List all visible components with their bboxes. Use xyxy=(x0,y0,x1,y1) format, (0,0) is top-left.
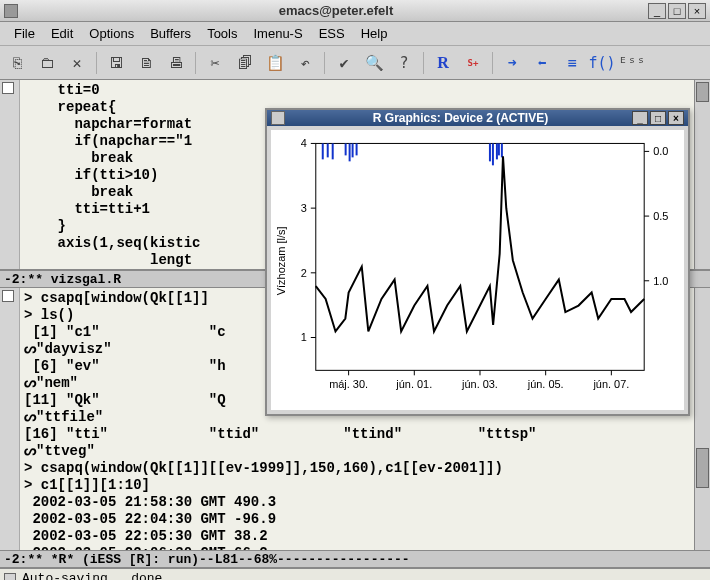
y-right-ticks: 0.0 0.5 1.0 xyxy=(644,146,668,287)
menubar: File Edit Options Buffers Tools Imenu-S … xyxy=(0,22,710,46)
minibuffer-text: Auto-saving...done xyxy=(22,571,162,580)
minimize-button[interactable]: _ xyxy=(648,3,666,19)
menu-options[interactable]: Options xyxy=(83,23,140,44)
titlebar: emacs@peter.efelt _ □ × xyxy=(0,0,710,22)
editor-scrollbar[interactable] xyxy=(694,80,710,269)
r-max-button[interactable]: □ xyxy=(650,111,666,125)
modeline-console: -2:** *R* (iESS [R]: run)--L81--68%-----… xyxy=(0,550,710,568)
r-graphics-titlebar[interactable]: R Graphics: Device 2 (ACTIVE) _ □ × xyxy=(267,110,688,126)
y-axis-label: Vízhozam [l/s] xyxy=(275,227,287,296)
menu-help[interactable]: Help xyxy=(355,23,394,44)
arrow-right-icon[interactable]: ➜ xyxy=(501,52,523,74)
svg-text:jún. 05.: jún. 05. xyxy=(527,379,564,391)
paste-icon[interactable]: 📋 xyxy=(264,52,286,74)
toolbar: ⎘ 🗀 ✕ 🖫 🗎 🖶 ✂ 🗐 📋 ↶ ✔ 🔍 ? R S+ ➜ ⬅ ≡ f()… xyxy=(0,46,710,80)
scrollbar-thumb[interactable] xyxy=(696,82,709,102)
toolbar-sep xyxy=(324,52,325,74)
chart-line-series xyxy=(316,157,644,332)
close-button[interactable]: × xyxy=(688,3,706,19)
splus-icon[interactable]: S+ xyxy=(462,52,484,74)
window-buttons: _ □ × xyxy=(648,3,706,19)
save-icon[interactable]: 🖫 xyxy=(105,52,127,74)
menu-imenu-s[interactable]: Imenu-S xyxy=(247,23,308,44)
svg-text:4: 4 xyxy=(301,138,307,150)
r-close-button[interactable]: × xyxy=(668,111,684,125)
menu-file[interactable]: File xyxy=(8,23,41,44)
svg-text:jún. 03.: jún. 03. xyxy=(461,379,498,391)
svg-text:2: 2 xyxy=(301,267,307,279)
svg-text:3: 3 xyxy=(301,202,307,214)
help-icon[interactable]: ? xyxy=(393,52,415,74)
scrollbar-thumb[interactable] xyxy=(696,448,709,488)
app-icon xyxy=(4,4,18,18)
toolbar-sep xyxy=(423,52,424,74)
r-icon[interactable]: R xyxy=(432,52,454,74)
arrow-fn-icon[interactable]: f() xyxy=(591,52,613,74)
plot-frame xyxy=(316,144,644,371)
console-scrollbar[interactable] xyxy=(694,288,710,550)
svg-text:1.0: 1.0 xyxy=(653,275,668,287)
minibuffer: Auto-saving...done xyxy=(0,568,710,580)
folder-icon[interactable]: 🗀 xyxy=(36,52,58,74)
r-graphics-icon xyxy=(271,111,285,125)
rug-marks xyxy=(323,144,502,166)
gutter-mark-icon xyxy=(2,290,14,302)
cut-icon[interactable]: ✂ xyxy=(204,52,226,74)
menu-ess[interactable]: ESS xyxy=(313,23,351,44)
x-ticks: máj. 30. jún. 01. jún. 03. jún. 05. jún.… xyxy=(329,371,629,391)
gutter-mark-icon xyxy=(2,82,14,94)
minibuf-mark-icon xyxy=(4,573,16,581)
close-x-icon[interactable]: ✕ xyxy=(66,52,88,74)
print-icon[interactable]: 🖶 xyxy=(165,52,187,74)
r-plot-area: 4 3 2 1 0.0 0.5 1.0 máj. 30. xyxy=(271,130,684,410)
undo-icon[interactable]: ↶ xyxy=(294,52,316,74)
open-icon[interactable]: ⎘ xyxy=(6,52,28,74)
toolbar-sep xyxy=(96,52,97,74)
copy-icon[interactable]: 🗐 xyxy=(234,52,256,74)
editor-gutter xyxy=(0,80,20,269)
arrow-lines-icon[interactable]: ≡ xyxy=(561,52,583,74)
menu-tools[interactable]: Tools xyxy=(201,23,243,44)
y-left-ticks: 4 3 2 1 xyxy=(301,138,316,344)
menu-edit[interactable]: Edit xyxy=(45,23,79,44)
spell-icon[interactable]: ✔ xyxy=(333,52,355,74)
toolbar-sep xyxy=(492,52,493,74)
toolbar-sep xyxy=(195,52,196,74)
menu-buffers[interactable]: Buffers xyxy=(144,23,197,44)
svg-text:jún. 01.: jún. 01. xyxy=(395,379,432,391)
r-graphics-title: R Graphics: Device 2 (ACTIVE) xyxy=(289,111,632,125)
window-title: emacs@peter.efelt xyxy=(24,3,648,18)
r-graphics-window[interactable]: R Graphics: Device 2 (ACTIVE) _ □ × 4 3 … xyxy=(265,108,690,416)
svg-text:jún. 07.: jún. 07. xyxy=(592,379,629,391)
svg-text:0.0: 0.0 xyxy=(653,146,668,158)
console-gutter xyxy=(0,288,20,550)
svg-text:máj. 30.: máj. 30. xyxy=(329,379,368,391)
svg-text:1: 1 xyxy=(301,332,307,344)
arrow-left-icon[interactable]: ⬅ xyxy=(531,52,553,74)
ess-icon[interactable]: ᴱˢˢ xyxy=(621,52,643,74)
search-icon[interactable]: 🔍 xyxy=(363,52,385,74)
svg-text:0.5: 0.5 xyxy=(653,210,668,222)
page-icon[interactable]: 🗎 xyxy=(135,52,157,74)
chart-svg: 4 3 2 1 0.0 0.5 1.0 máj. 30. xyxy=(271,130,684,410)
r-graphics-buttons: _ □ × xyxy=(632,111,684,125)
maximize-button[interactable]: □ xyxy=(668,3,686,19)
r-min-button[interactable]: _ xyxy=(632,111,648,125)
